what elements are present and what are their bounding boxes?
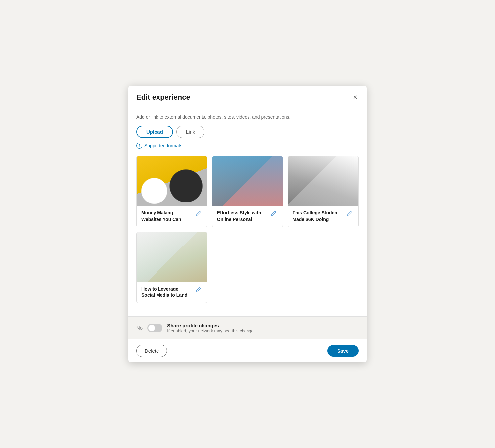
media-info-4: How to Leverage Social Media to Land bbox=[137, 282, 207, 303]
upload-button[interactable]: Upload bbox=[136, 126, 173, 138]
media-image-3 bbox=[288, 156, 358, 206]
media-image-1 bbox=[137, 156, 207, 206]
share-subtitle: If enabled, your network may see this ch… bbox=[167, 328, 359, 333]
media-title-1: Money Making Websites You Can bbox=[141, 210, 191, 223]
pencil-icon bbox=[271, 210, 277, 216]
media-card: Money Making Websites You Can bbox=[136, 156, 207, 227]
upload-link-buttons: Upload Link bbox=[136, 126, 359, 138]
share-toggle[interactable] bbox=[147, 324, 162, 332]
media-info-3: This College Student Made $6K Doing bbox=[288, 206, 358, 227]
toggle-slider bbox=[147, 324, 162, 332]
pencil-icon bbox=[346, 210, 352, 216]
pencil-icon bbox=[195, 287, 201, 292]
media-image-2 bbox=[212, 156, 283, 206]
save-button[interactable]: Save bbox=[327, 345, 359, 357]
media-title-3: This College Student Made $6K Doing bbox=[292, 210, 342, 223]
share-text: Share profile changes If enabled, your n… bbox=[167, 323, 359, 333]
media-card: This College Student Made $6K Doing bbox=[288, 156, 359, 227]
supported-formats-link[interactable]: ? Supported formats bbox=[136, 143, 359, 149]
supported-formats-label: Supported formats bbox=[144, 143, 182, 148]
help-icon: ? bbox=[136, 143, 142, 149]
modal-body: Add or link to external documents, photo… bbox=[128, 108, 367, 313]
modal-header: Edit experience × bbox=[128, 86, 367, 108]
share-no-label: No bbox=[136, 325, 143, 331]
modal-footer-actions: Delete Save bbox=[128, 339, 367, 362]
edit-media-3-button[interactable] bbox=[345, 210, 354, 218]
modal-subtitle: Add or link to external documents, photo… bbox=[136, 114, 359, 120]
pencil-icon bbox=[195, 210, 201, 216]
share-title: Share profile changes bbox=[167, 323, 359, 328]
media-info-1: Money Making Websites You Can bbox=[137, 206, 207, 227]
media-title-4: How to Leverage Social Media to Land bbox=[141, 286, 191, 299]
media-title-2: Effortless Style with Online Personal bbox=[217, 210, 267, 223]
media-card: How to Leverage Social Media to Land bbox=[136, 232, 207, 303]
media-info-2: Effortless Style with Online Personal bbox=[212, 206, 283, 227]
share-profile-section: No Share profile changes If enabled, you… bbox=[128, 316, 367, 339]
media-card: Effortless Style with Online Personal bbox=[212, 156, 283, 227]
edit-media-1-button[interactable] bbox=[194, 210, 202, 218]
edit-media-2-button[interactable] bbox=[269, 210, 278, 218]
link-button[interactable]: Link bbox=[176, 126, 205, 138]
delete-button[interactable]: Delete bbox=[136, 345, 167, 357]
close-button[interactable]: × bbox=[352, 92, 359, 102]
media-grid: Money Making Websites You Can Effortless… bbox=[136, 156, 359, 303]
edit-experience-modal: Edit experience × Add or link to externa… bbox=[128, 86, 367, 362]
modal-title: Edit experience bbox=[136, 93, 190, 102]
media-image-4 bbox=[137, 232, 207, 282]
edit-media-4-button[interactable] bbox=[194, 286, 202, 294]
